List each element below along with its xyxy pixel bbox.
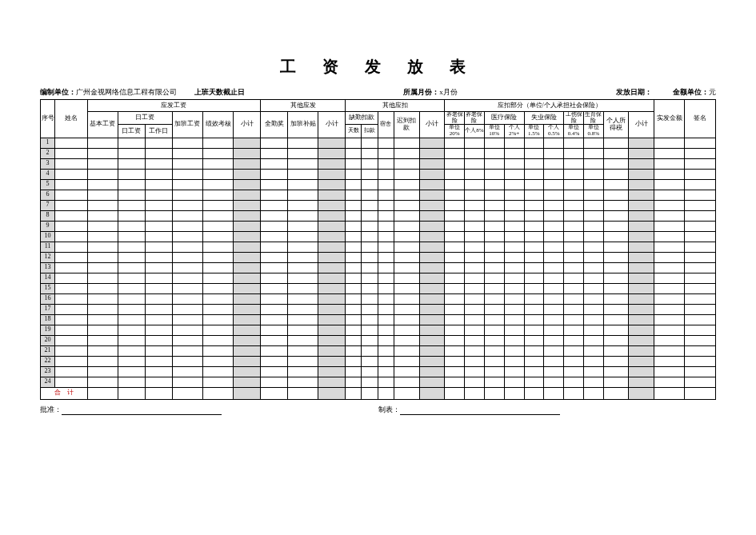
cell (378, 190, 394, 200)
cell (564, 345, 584, 356)
cell (145, 210, 172, 221)
cell (445, 242, 465, 252)
cell (654, 314, 685, 325)
cell (55, 210, 88, 221)
cell (484, 314, 504, 325)
cell (318, 366, 346, 377)
cell (445, 252, 465, 262)
cell (465, 169, 485, 179)
cell (261, 377, 288, 387)
cell (55, 325, 88, 335)
cell (524, 200, 544, 210)
cell (583, 221, 603, 231)
cell (288, 366, 318, 377)
cell (362, 242, 378, 252)
meta-row: 编制单位：广州金视网络信息工程有限公司 上班天数截止日 所属月份：x月份 发放日… (40, 87, 716, 98)
cell (654, 293, 685, 304)
cell (445, 190, 465, 200)
cell (564, 283, 584, 293)
cell (203, 200, 234, 210)
cell (118, 356, 146, 366)
hdr-subtotal3: 小计 (419, 112, 445, 138)
cell (87, 242, 118, 252)
cell (318, 293, 346, 304)
hdr-dorm: 宿舍 (378, 112, 394, 138)
cell (87, 293, 118, 304)
cell (394, 335, 420, 345)
cell (465, 293, 485, 304)
cell (172, 190, 202, 200)
cell (504, 366, 524, 377)
cell (654, 262, 685, 273)
table-row: 12 (41, 252, 716, 262)
cell (629, 283, 654, 293)
cell (203, 252, 234, 262)
cell (504, 377, 524, 387)
cell (419, 345, 445, 356)
cell (172, 283, 202, 293)
cell (346, 325, 362, 335)
cell (55, 335, 88, 345)
cell (362, 210, 378, 221)
hdr-day-group: 日工资 (118, 112, 173, 125)
cell (419, 314, 445, 325)
cell (87, 304, 118, 314)
cell (318, 231, 346, 242)
cell (419, 221, 445, 231)
cell (172, 138, 202, 148)
hdr-unemp: 失业保险 (524, 112, 564, 125)
cell (465, 210, 485, 221)
cell (55, 169, 88, 179)
cell (378, 210, 394, 221)
cell (685, 221, 716, 231)
cell (654, 345, 685, 356)
cell (288, 314, 318, 325)
cell (118, 304, 146, 314)
cell (346, 314, 362, 325)
cell (445, 158, 465, 169)
cell (629, 221, 654, 231)
cell (445, 304, 465, 314)
cell (172, 377, 202, 387)
cell (465, 221, 485, 231)
cell (87, 283, 118, 293)
cell (629, 231, 654, 242)
cell (145, 314, 172, 325)
hdr-due-group: 应发工资 (87, 100, 261, 112)
row-number: 20 (41, 335, 55, 345)
cell (362, 293, 378, 304)
cell (544, 148, 564, 158)
cell (685, 210, 716, 221)
cell (55, 377, 88, 387)
cell (445, 148, 465, 158)
cell (318, 283, 346, 293)
cell (261, 345, 288, 356)
cell (378, 242, 394, 252)
cell (55, 304, 88, 314)
cell (419, 335, 445, 345)
cell (378, 377, 394, 387)
cell (603, 158, 629, 169)
hdr-day-wage: 日工资 (118, 125, 146, 138)
cell (172, 273, 202, 283)
cell (654, 169, 685, 179)
table-row: 14 (41, 273, 716, 283)
cell (362, 314, 378, 325)
cell (484, 138, 504, 148)
cell (346, 200, 362, 210)
cell (362, 221, 378, 231)
cell (288, 242, 318, 252)
cell (118, 210, 146, 221)
cell (419, 262, 445, 273)
cell (419, 304, 445, 314)
cell (685, 304, 716, 314)
cell (629, 148, 654, 158)
issue-label: 发放日期： (616, 87, 652, 98)
cell (504, 242, 524, 252)
cell (629, 377, 654, 387)
cell (564, 325, 584, 335)
table-row: 20 (41, 335, 716, 345)
hdr-subtotal4: 小计 (629, 112, 654, 138)
cell (288, 169, 318, 179)
cell (55, 262, 88, 273)
